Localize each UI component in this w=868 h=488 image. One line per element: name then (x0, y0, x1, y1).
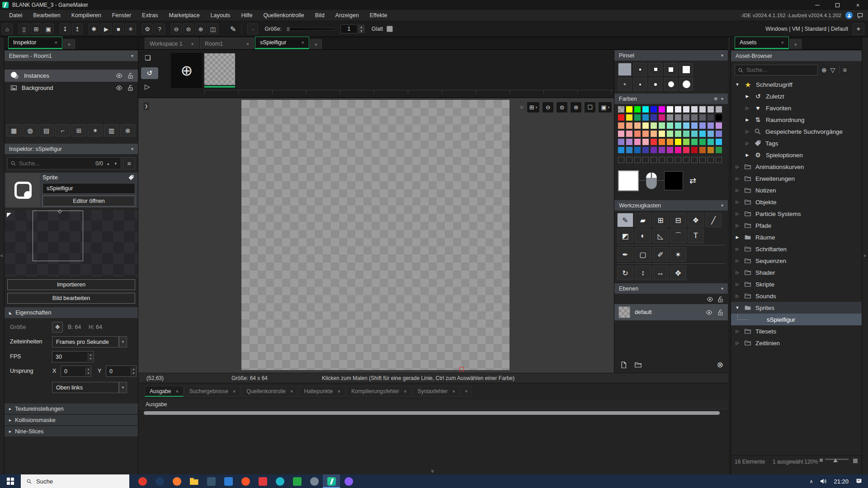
custom-color-slot[interactable] (642, 157, 649, 163)
color-swatch[interactable] (716, 139, 722, 145)
asset-tags[interactable]: ▷Tags (731, 137, 862, 149)
collapse-right-icon[interactable]: » (863, 253, 866, 258)
color-swatch[interactable] (626, 131, 632, 137)
new-layer-button[interactable] (618, 359, 629, 370)
output-tab-kompilierungsfehler[interactable]: Kompilierungsfehler× (346, 386, 412, 397)
play-animation-button[interactable]: ▷ (145, 83, 150, 91)
paste-from-frame-tool[interactable]: ⊟ (670, 213, 686, 227)
zoom-slider-min[interactable] (820, 459, 823, 462)
expand-arrow-icon[interactable]: ▷ (735, 200, 740, 204)
color-swatch[interactable] (642, 122, 649, 129)
taskbar-app-steam[interactable] (151, 474, 168, 488)
asset-menu-icon[interactable]: ≡ (843, 66, 847, 74)
custom-color-slot[interactable] (626, 157, 632, 163)
color-swatch[interactable] (691, 114, 698, 121)
object-pane-button[interactable]: ◍ (23, 124, 38, 136)
expand-arrow-icon[interactable]: ▷ (745, 129, 750, 134)
brush-select-tool[interactable]: ✐ (652, 247, 669, 262)
output-scrollbar[interactable] (144, 411, 720, 415)
close-pane-button[interactable]: ⊗ (120, 124, 135, 136)
color-swatch[interactable] (683, 131, 689, 137)
expand-panel-icon[interactable]: ❯ (143, 102, 150, 111)
asset-zeitlinien[interactable]: ▷Zeitlinien (731, 337, 862, 349)
brush-square2[interactable] (618, 63, 632, 76)
layout-button[interactable]: ◫ (208, 23, 218, 34)
brush-size-value[interactable]: 1 (340, 24, 358, 33)
add-frame-button[interactable]: ⊕ (171, 53, 203, 88)
color-swatch[interactable] (634, 139, 641, 145)
brush-section-header[interactable]: Pinsel ▾ (614, 50, 728, 61)
section-nine-slices[interactable]: ▸ Nine-Slices (5, 426, 138, 437)
close-icon[interactable]: × (175, 389, 178, 394)
foreground-color-swatch[interactable] (618, 170, 639, 191)
expand-arrow-icon[interactable]: ▼ (735, 82, 740, 87)
expand-arrow-icon[interactable]: ▶ (745, 117, 750, 122)
origin-preset-select[interactable]: Oben links (52, 382, 119, 393)
color-swatch[interactable] (651, 131, 657, 137)
color-swatch[interactable] (626, 122, 632, 129)
color-swatch[interactable] (634, 106, 641, 113)
color-swatch[interactable] (659, 139, 665, 145)
color-swatch[interactable] (667, 131, 673, 137)
spin-down-icon[interactable]: ▼ (359, 29, 364, 33)
expand-arrow-icon[interactable]: ▷ (735, 211, 740, 216)
layers-pane-button[interactable]: ▤ (39, 124, 54, 136)
color-swatch[interactable] (683, 106, 689, 113)
new-layer-folder-button[interactable] (632, 359, 643, 370)
smooth-checkbox[interactable] (387, 26, 393, 32)
origin-x-input[interactable]: 0 ▲▼ (61, 366, 91, 377)
lock-icon[interactable] (127, 72, 134, 79)
brush-size-slider[interactable] (285, 28, 336, 31)
sprite-thumbnail[interactable] (6, 174, 40, 207)
asset-schnellzugriff[interactable]: ▼★Schnellzugriff (731, 79, 862, 90)
search-next-icon[interactable]: ▾ (113, 161, 118, 166)
brush-size-spinner[interactable]: ▲▼ (359, 25, 364, 33)
color-swatch[interactable] (699, 122, 706, 129)
custom-color-slot[interactable] (651, 157, 657, 163)
asset-sspielfigur[interactable]: sSpielfigur (731, 314, 862, 325)
asset-pfade[interactable]: ▷Pfade (731, 220, 862, 231)
color-swatch[interactable] (708, 122, 714, 129)
color-swatch[interactable] (659, 122, 665, 129)
visibility-icon[interactable] (706, 309, 712, 316)
taskbar-app-file-explorer[interactable] (185, 474, 203, 488)
eyedropper-tool[interactable]: ✒ (617, 247, 633, 262)
color-swatch[interactable] (651, 106, 657, 113)
minimize-button[interactable] (807, 0, 827, 10)
close-icon[interactable]: × (246, 41, 249, 47)
color-swatch[interactable] (659, 147, 665, 153)
menu-item-hilfe[interactable]: Hilfe (236, 12, 258, 19)
color-swatch[interactable] (651, 122, 657, 129)
feedback-icon[interactable] (857, 12, 863, 19)
zoom-slider-thumb[interactable] (833, 459, 838, 462)
onion-skin-icon[interactable]: ❏ (145, 54, 151, 62)
expand-arrow-icon[interactable]: ▷ (735, 294, 740, 298)
color-swatch[interactable] (683, 122, 689, 129)
asset-zuletzt[interactable]: ▶↺Zuletzt (731, 90, 862, 102)
zoom-in-button[interactable]: ⊕ (195, 23, 206, 34)
color-swatch[interactable] (691, 131, 698, 137)
color-swatch[interactable] (667, 114, 673, 121)
start-button[interactable] (0, 474, 21, 488)
taskbar-app-gamemaker[interactable] (323, 474, 340, 488)
asset-erweiterungen[interactable]: ▷Erweiterungen (731, 173, 862, 184)
color-swatch[interactable] (708, 139, 714, 145)
asset-schriftarten[interactable]: ▷Schriftarten (731, 243, 862, 255)
color-swatch[interactable] (634, 131, 641, 137)
flip-vertical-tool[interactable]: ↕ (635, 266, 651, 280)
save-project-button[interactable]: ▣ (43, 23, 54, 34)
pencil-tool[interactable]: ✎ (617, 213, 633, 227)
color-swatch[interactable] (618, 122, 624, 129)
color-swatch[interactable] (716, 106, 722, 113)
lock-icon[interactable] (717, 309, 724, 316)
sprite-canvas[interactable] (241, 100, 509, 370)
debug-button[interactable]: ✱ (89, 23, 99, 34)
custom-color-slot[interactable] (683, 157, 689, 163)
taskbar-app-terminal[interactable] (203, 474, 220, 488)
taskbar-app-browser-teal[interactable] (271, 474, 288, 488)
taskbar-app-steam-alt[interactable] (306, 474, 323, 488)
output-tab-quellenkontrolle[interactable]: Quellenkontrolle× (241, 386, 298, 397)
expand-arrow-icon[interactable]: ▷ (735, 341, 740, 345)
target-manager-button[interactable]: ⌖ (853, 23, 864, 35)
custom-color-slot[interactable] (634, 157, 641, 163)
